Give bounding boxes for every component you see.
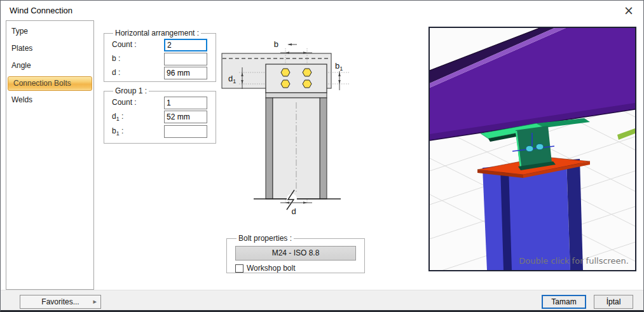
fullscreen-hint: Double click for fullscreen. xyxy=(519,256,629,266)
bolt-size-button[interactable]: M24 - ISO 8.8 xyxy=(235,246,356,261)
preview-3d-render xyxy=(430,28,635,270)
b-input[interactable] xyxy=(164,53,207,65)
b1-input[interactable] xyxy=(164,125,207,138)
b-label: b : xyxy=(112,54,164,64)
favorites-button[interactable]: Favorites... ▸ xyxy=(20,295,101,309)
workshop-bolt-label: Workshop bolt xyxy=(247,264,295,273)
d1-input[interactable] xyxy=(164,111,207,123)
connection-diagram: b d1 b1 d xyxy=(220,29,363,220)
bolt-hex xyxy=(281,69,290,76)
cancel-button[interactable]: İptal xyxy=(594,295,633,309)
sidebar-item-connection-bolts[interactable]: Connection Bolts xyxy=(8,76,92,91)
connection-plate xyxy=(266,64,327,93)
sidebar-item-plates[interactable]: Plates xyxy=(6,41,93,58)
close-icon: × xyxy=(624,3,634,17)
d-label: d : xyxy=(112,68,164,78)
preview-3d-viewport[interactable]: Double click for fullscreen. xyxy=(428,27,636,271)
bolt-hex xyxy=(303,80,312,88)
dim-b-label: b xyxy=(274,39,278,49)
bolt-properties-group: Bolt properties : M24 - ISO 8.8 Workshop… xyxy=(226,234,365,273)
bolt-properties-title: Bolt properties : xyxy=(236,234,294,243)
horizontal-arrangement-title: Horizontal arrangement : xyxy=(113,29,201,37)
sidebar-item-angle[interactable]: Angle xyxy=(6,58,93,75)
b1-label: b1 : xyxy=(112,126,164,137)
sidebar-item-type[interactable]: Type xyxy=(6,24,93,41)
submenu-arrow-icon: ▸ xyxy=(93,295,97,308)
d-input[interactable] xyxy=(164,67,207,79)
footer-bar: Favorites... ▸ Tamam İptal xyxy=(1,290,643,310)
group1-group: Group 1 : Count : d1 : b1 : xyxy=(104,86,216,144)
bolt-3d xyxy=(526,146,533,152)
ok-button[interactable]: Tamam xyxy=(542,295,586,309)
count-label: Count : xyxy=(112,40,164,50)
horizontal-arrangement-group: Horizontal arrangement : Count : b : d : xyxy=(104,29,216,82)
bolt-3d xyxy=(536,144,544,150)
group1-title: Group 1 : xyxy=(113,86,149,95)
d1-label: d1 : xyxy=(112,112,164,122)
workshop-bolt-checkbox[interactable] xyxy=(235,264,243,273)
count-input[interactable] xyxy=(164,39,207,51)
dim-d-label: d xyxy=(291,207,296,216)
dim-b1-label: b1 xyxy=(335,61,343,72)
bolt-hex xyxy=(281,80,290,88)
group1-count-input[interactable] xyxy=(164,97,207,109)
close-button[interactable]: × xyxy=(620,3,637,18)
bolt-hex xyxy=(303,69,312,76)
sidebar: Type Plates Angle Connection Bolts Welds xyxy=(6,20,94,290)
title-bar: Wind Connection × xyxy=(1,1,643,20)
wind-connection-dialog: Wind Connection × Type Plates Angle Conn… xyxy=(0,0,644,312)
column-flange xyxy=(266,98,273,199)
dialog-title: Wind Connection xyxy=(10,6,72,15)
group1-count-label: Count : xyxy=(112,98,164,108)
sidebar-item-welds[interactable]: Welds xyxy=(6,92,93,109)
column-flange xyxy=(320,98,327,199)
